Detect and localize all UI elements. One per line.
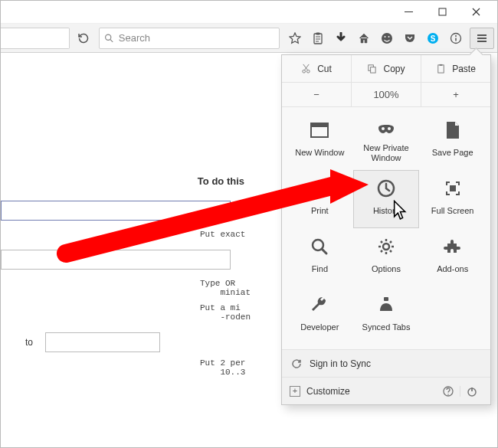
- window-maximize-button[interactable]: [425, 2, 459, 23]
- svg-point-10: [455, 35, 457, 37]
- window-titlebar: [1, 1, 497, 24]
- menu-item-addons[interactable]: Add-ons: [419, 228, 486, 286]
- cut-icon: [301, 64, 311, 74]
- search-field-2[interactable]: [1, 250, 231, 270]
- page-heading: To do this: [1, 175, 244, 187]
- help-icon: [443, 386, 454, 397]
- menu-item-print[interactable]: Print: [287, 170, 353, 228]
- info-button[interactable]: [445, 28, 467, 49]
- synced-tabs-icon: [375, 294, 397, 316]
- wrench-icon: [309, 294, 330, 316]
- info-icon: [450, 32, 462, 44]
- svg-rect-3: [316, 32, 320, 34]
- edit-row: Cut Copy Paste: [282, 55, 490, 83]
- search-field-1[interactable]: [1, 201, 231, 221]
- zoom-in-button[interactable]: +: [421, 83, 490, 106]
- hamburger-menu-panel: Cut Copy Paste − 100% + New Window New P…: [281, 54, 491, 405]
- window-minimize-button[interactable]: [392, 2, 425, 23]
- copy-icon: [367, 64, 377, 74]
- page-icon: [442, 119, 464, 141]
- menu-button[interactable]: [470, 28, 494, 49]
- skype-button[interactable]: S: [422, 28, 444, 49]
- menu-item-synced-tabs[interactable]: Synced Tabs: [353, 286, 420, 345]
- paste-button[interactable]: Paste: [421, 55, 490, 82]
- window-close-button[interactable]: [459, 2, 493, 23]
- zoom-level[interactable]: 100%: [351, 83, 421, 106]
- smiley-icon: [381, 32, 393, 44]
- printer-icon: [309, 178, 330, 199]
- svg-point-12: [307, 70, 310, 73]
- fullscreen-icon: [442, 178, 464, 199]
- smiley-button[interactable]: [376, 28, 398, 49]
- cursor-icon: [391, 200, 412, 221]
- svg-point-30: [447, 394, 449, 395]
- menu-item-empty: [419, 286, 486, 345]
- range-to-field[interactable]: [45, 332, 160, 352]
- close-icon: [472, 8, 480, 16]
- browser-toolbar: S: [1, 24, 497, 53]
- copy-button[interactable]: Copy: [351, 55, 421, 82]
- svg-text:S: S: [431, 34, 436, 42]
- svg-point-20: [388, 127, 391, 130]
- svg-point-19: [382, 127, 385, 130]
- menu-item-options[interactable]: Options: [353, 228, 420, 286]
- menu-footer: + Customize: [282, 377, 490, 404]
- plus-box-icon: +: [290, 386, 300, 397]
- clipboard-icon: [312, 32, 324, 44]
- search-box[interactable]: [99, 28, 280, 49]
- reload-icon: [77, 32, 90, 44]
- sign-in-sync-button[interactable]: Sign in to Sync: [282, 349, 490, 377]
- quit-button[interactable]: [460, 386, 483, 397]
- sync-label: Sign in to Sync: [310, 358, 371, 369]
- search-input[interactable]: [119, 32, 274, 44]
- zoom-out-button[interactable]: −: [282, 83, 351, 106]
- zoom-row: − 100% +: [282, 83, 490, 107]
- home-icon: [358, 32, 370, 44]
- url-bar[interactable]: [1, 28, 70, 49]
- bookmark-star-button[interactable]: [284, 28, 306, 49]
- svg-rect-23: [315, 191, 324, 196]
- menu-item-new-window[interactable]: New Window: [287, 112, 353, 170]
- help-button[interactable]: [437, 386, 460, 397]
- svg-rect-16: [440, 64, 443, 66]
- paste-icon: [436, 64, 446, 74]
- to-label: to: [25, 337, 33, 348]
- downloads-button[interactable]: [330, 28, 352, 49]
- svg-rect-28: [384, 297, 388, 301]
- hamburger-icon: [476, 32, 488, 44]
- history-icon: [375, 178, 397, 199]
- svg-rect-18: [311, 123, 328, 127]
- cut-button[interactable]: Cut: [282, 55, 351, 82]
- maximize-icon: [438, 8, 447, 16]
- cut-label: Cut: [317, 64, 332, 74]
- svg-rect-15: [438, 65, 444, 73]
- download-icon: [335, 32, 347, 44]
- menu-item-developer[interactable]: Developer: [287, 286, 353, 345]
- svg-point-11: [303, 70, 306, 73]
- menu-item-full-screen[interactable]: Full Screen: [419, 170, 486, 228]
- puzzle-icon: [442, 236, 464, 257]
- home-button[interactable]: [353, 28, 375, 49]
- customize-button[interactable]: + Customize: [290, 386, 437, 397]
- menu-item-save-page[interactable]: Save Page: [419, 112, 486, 170]
- svg-rect-25: [450, 185, 456, 191]
- menu-item-find[interactable]: Find: [287, 228, 353, 286]
- svg-rect-22: [315, 181, 324, 186]
- clipboard-button[interactable]: [307, 28, 329, 49]
- svg-point-5: [385, 36, 386, 38]
- svg-rect-0: [439, 8, 446, 15]
- minimize-icon: [405, 8, 413, 16]
- customize-label: Customize: [306, 386, 350, 397]
- svg-point-6: [388, 36, 390, 38]
- svg-point-4: [382, 33, 392, 44]
- pocket-button[interactable]: [399, 28, 421, 49]
- search-icon: [104, 33, 114, 44]
- star-icon: [289, 32, 301, 44]
- svg-rect-14: [371, 67, 376, 73]
- reload-button[interactable]: [73, 28, 94, 49]
- menu-grid: New Window New Private Window Save Page …: [282, 107, 490, 349]
- menu-item-new-private-window[interactable]: New Private Window: [353, 112, 420, 170]
- copy-label: Copy: [383, 64, 405, 74]
- svg-point-1: [106, 34, 111, 40]
- menu-item-history[interactable]: History: [353, 170, 420, 228]
